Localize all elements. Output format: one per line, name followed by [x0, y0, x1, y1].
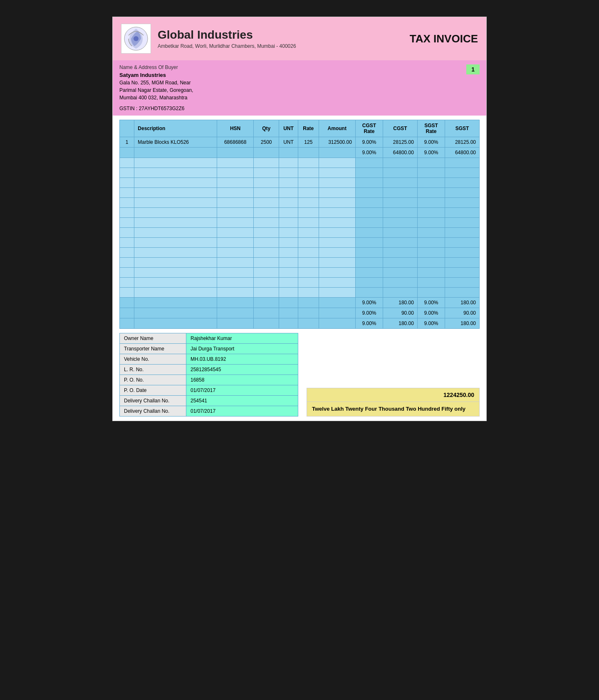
col-hsn: HSN	[217, 120, 253, 137]
empty-row	[120, 278, 480, 288]
empty-row	[120, 258, 480, 268]
amount-box: 1224250.00 Twelve Lakh Twenty Four Thous…	[307, 388, 480, 417]
col-qty: Qty	[254, 120, 279, 137]
table-header-row: Description HSN Qty UNT Rate Amount CGST…	[120, 120, 480, 137]
buyer-address-line1: Gala No. 255, MGM Road, Near	[119, 80, 191, 86]
buyer-gstin: GSTIN : 27AYHDT6573G2Z6	[119, 106, 458, 111]
transport-row: Delivery Challan No.01/07/2017	[120, 406, 298, 417]
bottom-data-row: 9.00% 90.00 9.00% 90.00	[120, 308, 480, 318]
transport-row: Transporter NameJai Durga Transport	[120, 344, 298, 354]
table-section: Description HSN Qty UNT Rate Amount CGST…	[113, 116, 486, 421]
empty-row	[120, 218, 480, 228]
table-row: 9.00% 64800.00 9.00% 64800.00	[120, 148, 480, 158]
buyer-section: Name & Address Of Buyer Satyam Industrie…	[113, 60, 486, 116]
company-logo	[121, 24, 151, 54]
col-sr	[120, 120, 134, 137]
buyer-label: Name & Address Of Buyer	[119, 64, 458, 70]
bottom-data-row: 9.00% 180.00 9.00% 180.00	[120, 318, 480, 329]
invoice-number: 1	[466, 64, 480, 74]
invoice-header: Global Industries Ambetkar Road, Worli, …	[113, 17, 486, 60]
empty-row	[120, 158, 480, 168]
company-name: Global Industries	[158, 28, 296, 42]
transport-row: Owner NameRajshekhar Kumar	[120, 333, 298, 344]
col-cgst: CGST	[383, 120, 418, 137]
col-rate: Rate	[298, 120, 319, 137]
transport-row: P. O. Date01/07/2017	[120, 385, 298, 396]
empty-row	[120, 188, 480, 198]
amount-words: Twelve Lakh Twenty Four Thousand Two Hun…	[307, 402, 479, 416]
buyer-details: Name & Address Of Buyer Satyam Industrie…	[119, 64, 458, 111]
col-amount: Amount	[319, 120, 355, 137]
col-unit: UNT	[279, 120, 298, 137]
empty-row	[120, 178, 480, 188]
buyer-address-line3: Mumbai 400 032, Maharashtra	[119, 95, 187, 101]
empty-row	[120, 268, 480, 278]
col-description: Description	[134, 120, 217, 137]
empty-row	[120, 198, 480, 208]
amount-total: 1224250.00	[307, 388, 479, 402]
invoice-document: Global Industries Ambetkar Road, Worli, …	[112, 17, 487, 421]
empty-row	[120, 228, 480, 238]
transport-row: Delivery Challan No.254541	[120, 396, 298, 406]
bottom-data-row: 9.00% 180.00 9.00% 180.00	[120, 298, 480, 308]
buyer-name: Satyam Industries	[119, 72, 458, 78]
transport-table: Owner NameRajshekhar KumarTransporter Na…	[119, 333, 298, 417]
table-row: 1 Marble Blocks KLO526 68686868 2500 UNT…	[120, 137, 480, 148]
buyer-address: Gala No. 255, MGM Road, Near Parimal Nag…	[119, 79, 458, 101]
svg-point-1	[134, 36, 139, 41]
col-cgst-rate: CGSTRate	[355, 120, 383, 137]
buyer-address-line2: Parimal Nagar Estate, Goregoan,	[119, 87, 193, 93]
invoice-table: Description HSN Qty UNT Rate Amount CGST…	[119, 120, 480, 329]
company-address: Ambetkar Road, Worli, Murlidhar Chambers…	[158, 43, 296, 49]
transport-row: Vehicle No.MH.03.UB.8192	[120, 354, 298, 365]
company-branding: Global Industries Ambetkar Road, Worli, …	[121, 24, 296, 54]
empty-row	[120, 208, 480, 218]
bottom-section: Owner NameRajshekhar KumarTransporter Na…	[119, 333, 480, 417]
col-sgst-rate: SGSTRate	[417, 120, 445, 137]
company-details: Global Industries Ambetkar Road, Worli, …	[158, 28, 296, 49]
col-sgst: SGST	[445, 120, 480, 137]
transport-row: L. R. No.25812854545	[120, 365, 298, 375]
document-type: TAX INVOICE	[410, 32, 478, 45]
empty-row	[120, 238, 480, 248]
empty-row	[120, 288, 480, 298]
empty-row	[120, 248, 480, 258]
amount-section: 1224250.00 Twelve Lakh Twenty Four Thous…	[307, 333, 480, 417]
empty-row	[120, 168, 480, 178]
transport-row: P. O. No.16858	[120, 375, 298, 385]
